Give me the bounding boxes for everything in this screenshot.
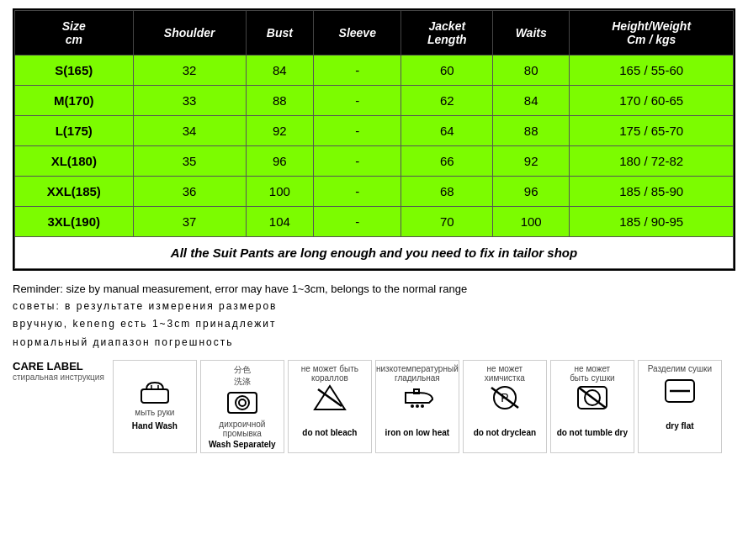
cell-bust: 88 [246,86,313,116]
cell-bust: 104 [246,207,313,237]
col-jacket-length: JacketLength [401,11,493,55]
care-label-block: CARE LABEL стиральная инструкция [13,360,104,382]
cell-height_weight: 170 / 60-65 [570,86,734,116]
cell-bust: 96 [246,146,313,177]
cell-jacket_length: 68 [401,177,493,207]
cell-height_weight: 175 / 65-70 [570,116,734,146]
care-item-top-text: не можетбыть сушки [570,364,614,383]
care-section: CARE LABEL стиральная инструкция мыть ру… [13,360,735,453]
care-item-bottom-text: do not tumble dry [557,428,628,437]
col-sleeve: Sleeve [314,11,401,55]
svg-point-3 [239,399,246,406]
cell-size: L(175) [15,116,134,146]
care-item-top-text: низкотемпературныйгладильная [376,364,459,383]
cell-waits: 84 [493,86,570,116]
cell-bust: 92 [246,116,313,146]
dry-flat-icon [661,376,698,406]
cell-size: S(165) [15,55,134,86]
size-table: Sizecm Shoulder Bust Sleeve JacketLength… [14,10,734,269]
wash-separate-icon [224,388,261,418]
cell-sleeve: - [314,177,401,207]
care-item-top-text: 分色洗涤 [234,364,251,388]
care-item-bottom-text: do not dryclean [474,428,536,437]
cell-shoulder: 34 [133,116,246,146]
care-item-russian-text: дихроичнойпромывка [219,420,265,438]
cell-size: 3XL(190) [15,207,134,237]
no-bleach-icon [311,383,348,413]
care-item-bottom-text: Hand Wash [132,421,178,431]
reminder-russian-line2: вручную, keneng есть 1~3cm принадлежит [13,318,277,330]
svg-point-9 [422,405,423,407]
cell-jacket_length: 70 [401,207,493,237]
cell-bust: 84 [246,55,313,86]
care-item-bottom-text: dry flat [666,421,693,431]
reminder-section: Reminder: size by manual measurement, er… [13,281,735,351]
col-waits: Waits [493,11,570,55]
cell-sleeve: - [314,146,401,177]
col-shoulder: Shoulder [133,11,246,55]
care-item: Разделим сушки dry flat [638,360,722,453]
svg-point-7 [411,405,413,407]
table-row: XL(180)3596-6692180 / 72-82 [15,146,734,177]
svg-point-2 [236,396,249,409]
cell-sleeve: - [314,86,401,116]
care-item: 分色洗涤 дихроичнойпромывкаWash Separately [200,360,284,453]
cell-shoulder: 35 [133,146,246,177]
table-row: S(165)3284-6080165 / 55-60 [15,55,734,86]
svg-rect-6 [414,389,419,394]
table-row: M(170)3388-6284170 / 60-65 [15,86,734,116]
cell-height_weight: 185 / 90-95 [570,207,734,237]
cell-waits: 88 [493,116,570,146]
cell-sleeve: - [314,116,401,146]
care-item: не может бытькораллов do not bleach [288,360,372,453]
care-item: низкотемпературныйгладильная iron on low… [375,360,459,453]
care-items-list: мыть рукиHand Wash分色洗涤 дихроичнойпромывк… [113,360,722,453]
care-item: не можетхимчистка P do not dryclean [463,360,547,453]
cell-jacket_length: 62 [401,86,493,116]
cell-bust: 100 [246,177,313,207]
svg-point-8 [416,405,418,407]
cell-shoulder: 32 [133,55,246,86]
table-header-row: Sizecm Shoulder Bust Sleeve JacketLength… [15,11,734,55]
cell-waits: 100 [493,207,570,237]
table-row: 3XL(190)37104-70100185 / 90-95 [15,207,734,237]
cell-jacket_length: 64 [401,116,493,146]
cell-height_weight: 180 / 72-82 [570,146,734,177]
cell-size: XL(180) [15,146,134,177]
main-container: Sizecm Shoulder Bust Sleeve JacketLength… [13,8,735,453]
cell-waits: 92 [493,146,570,177]
reminder-english: Reminder: size by manual measurement, er… [13,281,735,298]
cell-sleeve: - [314,55,401,86]
care-item-bottom-text: iron on low heat [385,428,450,437]
cell-jacket_length: 60 [401,55,493,86]
care-item-top-text: не может бытькораллов [301,364,358,383]
cell-sleeve: - [314,207,401,237]
note-row: All the Suit Pants are long enough and y… [15,237,734,269]
size-table-container: Sizecm Shoulder Bust Sleeve JacketLength… [13,8,735,271]
reminder-russian: советы: в результате измерения размеров … [13,298,735,352]
no-tumble-dry-icon [574,383,611,413]
cell-shoulder: 33 [133,86,246,116]
col-bust: Bust [246,11,313,55]
cell-size: XXL(185) [15,177,134,207]
cell-waits: 96 [493,177,570,207]
cell-size: M(170) [15,86,134,116]
col-size: Sizecm [15,11,134,55]
care-item-russian-text: мыть руки [135,408,174,420]
care-item-bottom-text: Wash Separately [209,440,276,449]
cell-shoulder: 37 [133,207,246,237]
no-dryclean-icon: P [486,383,523,413]
cell-height_weight: 165 / 55-60 [570,55,734,86]
care-label-subtitle: стиральная инструкция [13,372,104,382]
svg-rect-0 [141,389,168,403]
hand-wash-icon [136,376,173,406]
care-item-top-text: не можетхимчистка [485,364,525,383]
care-item: не можетбыть сушки do not tumble dry [550,360,634,453]
care-label-title: CARE LABEL [13,360,83,372]
reminder-russian-line3: нормальный диапазон погрешность [13,336,233,348]
cell-waits: 80 [493,55,570,86]
table-row: L(175)3492-6488175 / 65-70 [15,116,734,146]
care-item-top-text: Разделим сушки [648,364,712,376]
cell-jacket_length: 66 [401,146,493,177]
col-height-weight: Height/WeightCm / kgs [570,11,734,55]
